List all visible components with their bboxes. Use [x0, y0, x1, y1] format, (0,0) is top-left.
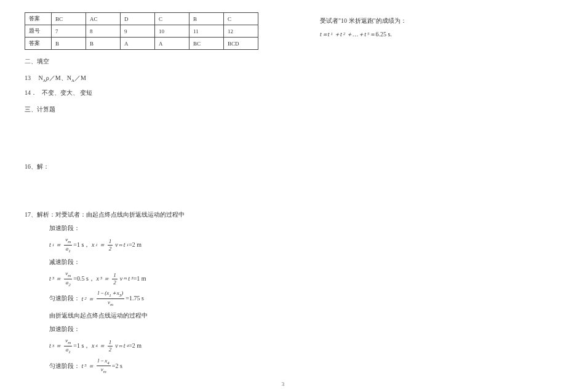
cell: A [155, 38, 189, 50]
t1-val: =1 s， [73, 241, 90, 248]
cell: B [86, 38, 121, 50]
t2-val: =1.75 s [126, 295, 144, 302]
right-line2: t＝t1＋t2＋…＋t5 ＝6.25 s. [320, 30, 468, 39]
x1-val: =2 m [129, 241, 142, 248]
uniform-label: 匀速阶段： [49, 295, 80, 302]
x4-val: =2 m [129, 342, 142, 349]
right-line1: 受试者"10 米折返跑"的成绩为： [320, 16, 468, 26]
x3-val: =1 m [134, 275, 146, 282]
cell: C [155, 13, 189, 25]
cell: AC [86, 13, 121, 25]
q13-label: 13 [25, 74, 31, 81]
page-number: 3 [282, 381, 285, 387]
cell: C [223, 13, 258, 25]
q17-header: 17、解析：对受试者：由起点终点线向折返线运动的过程中 [25, 210, 271, 220]
t3b-val: =1 s， [73, 342, 90, 349]
left-column: 答案 BC AC D C B C 题号 7 8 9 10 11 12 答案 B … [25, 12, 271, 378]
section-3-title: 三、计算题 [25, 104, 271, 115]
answer-table: 答案 BC AC D C B C 题号 7 8 9 10 11 12 答案 B … [25, 12, 258, 50]
cell: B [189, 13, 224, 25]
cell: 7 [52, 25, 86, 38]
q17-accel-label: 加速阶段： [49, 223, 271, 233]
q17-t3b-formula: t3＝vma1=1 s， x4＝12vmt4=2 m [49, 338, 271, 354]
q14-answer: 不变、变大、 变短 [42, 89, 93, 96]
cell: 12 [223, 25, 258, 38]
q14: 14． 不变、变大、 变短 [25, 88, 271, 98]
row-label: 答案 [25, 13, 52, 25]
cell: BCD [223, 38, 258, 50]
cell: BC [52, 13, 86, 25]
cell: D [121, 13, 155, 25]
t5-val: =2 s [112, 362, 122, 369]
cell: A [121, 38, 155, 50]
q17-t1-formula: t1＝vma1=1 s， x1＝12vmt1=2 m [49, 237, 271, 254]
q17-uniform2: 匀速阶段： t5＝l－x4vm=2 s [49, 358, 271, 375]
q17-return-label: 由折返线向起点终点线运动的过程中 [49, 311, 271, 321]
row-label: 答案 [25, 38, 52, 50]
row-label: 题号 [25, 25, 52, 38]
q17-uniform: 匀速阶段： t2＝l－(x1＋x3)vm=1.75 s [49, 290, 271, 307]
uniform2-label: 匀速阶段： [49, 362, 80, 369]
table-row: 答案 B B A A BC BCD [25, 38, 258, 50]
q14-label: 14． [25, 89, 37, 96]
cell: 11 [189, 25, 224, 38]
table-row: 题号 7 8 9 10 11 12 [25, 25, 258, 38]
q17-t3-formula: t3＝vma2=0.5 s， x3＝12vmt3=1 m [49, 271, 271, 287]
cell: 9 [121, 25, 155, 38]
total-val: ＝6.25 s. [370, 31, 392, 38]
q13-answer: NAρ／M、NA／M [39, 74, 86, 81]
section-2-title: 二、填空 [25, 56, 271, 67]
right-column: 受试者"10 米折返跑"的成绩为： t＝t1＋t2＋…＋t5 ＝6.25 s. [320, 12, 468, 378]
q16: 16、解： [25, 162, 271, 172]
q17-accel2-label: 加速阶段： [49, 324, 271, 334]
cell: BC [189, 38, 224, 50]
cell: B [52, 38, 86, 50]
table-row: 答案 BC AC D C B C [25, 13, 258, 25]
q13: 13 NAρ／M、NA／M [25, 73, 271, 84]
t3-val: =0.5 s， [73, 275, 95, 282]
cell: 10 [155, 25, 189, 38]
cell: 8 [86, 25, 121, 38]
q17-decel-label: 减速阶段： [49, 257, 271, 267]
